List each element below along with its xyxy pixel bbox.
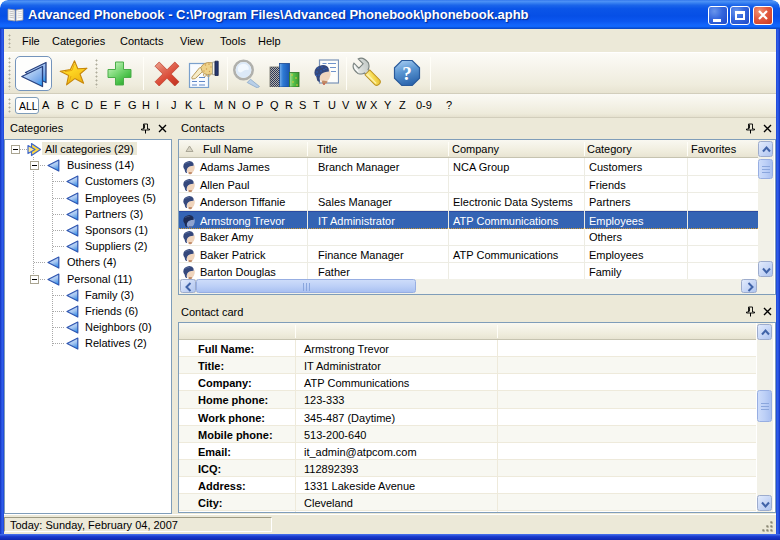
svg-text:?: ?: [402, 63, 412, 84]
